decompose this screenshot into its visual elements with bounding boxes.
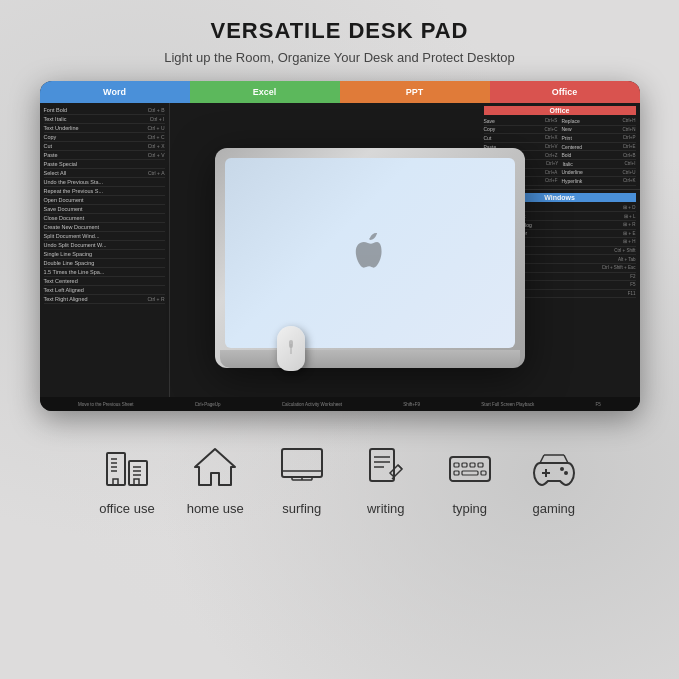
shortcut-row: Text UnderlineCtrl + U <box>44 124 165 133</box>
writing-label: writing <box>367 501 405 516</box>
shortcut-row: Select AllCtrl + A <box>44 169 165 178</box>
tab-excel: Excel <box>190 81 340 103</box>
mouse-display <box>277 326 305 371</box>
office-use-label: office use <box>99 501 154 516</box>
surfing-label: surfing <box>282 501 321 516</box>
word-shortcuts-col: Font BoldCtrl + B Text ItalicCtrl + I Te… <box>40 103 170 411</box>
svg-rect-26 <box>470 463 475 467</box>
svg-marker-11 <box>195 449 235 485</box>
shortcut-row: Text Right AlignedCtrl + R <box>44 295 165 304</box>
tab-ppt: PPT <box>340 81 490 103</box>
page-subtitle: Light up the Room, Organize Your Desk an… <box>164 50 514 65</box>
shortcut-row: Undo the Previous Sta... <box>44 178 165 187</box>
shortcut-row: Close Document <box>44 214 165 223</box>
shortcut-row: CopyCtrl + C <box>44 133 165 142</box>
laptop-screen <box>225 158 515 348</box>
right-shortcut-row: SaveCtrl+SReplaceCtrl+H <box>484 117 636 126</box>
svg-rect-1 <box>129 461 147 485</box>
shortcut-row: 1.5 Times the Line Spa... <box>44 268 165 277</box>
shortcut-row: CutCtrl + X <box>44 142 165 151</box>
apple-logo-icon <box>350 233 390 273</box>
shortcut-row: Font BoldCtrl + B <box>44 106 165 115</box>
shortcut-row: PasteCtrl + V <box>44 151 165 160</box>
typing-item: typing <box>444 441 496 516</box>
svg-rect-12 <box>282 449 322 477</box>
office-use-item: office use <box>99 441 154 516</box>
shortcut-row: Undo Split Document W... <box>44 241 165 250</box>
icons-section: office use home use surfin <box>99 441 580 516</box>
shortcut-row: Open Document <box>44 196 165 205</box>
shortcut-row: Double Line Spacing <box>44 259 165 268</box>
content-area: Font BoldCtrl + B Text ItalicCtrl + I Te… <box>40 103 640 411</box>
svg-rect-0 <box>107 453 125 485</box>
svg-rect-28 <box>454 471 459 475</box>
tabs-row: Word Excel PPT Office <box>40 81 640 103</box>
shortcut-row: Text ItalicCtrl + I <box>44 115 165 124</box>
middle-area <box>170 103 480 411</box>
gaming-item: gaming <box>528 441 580 516</box>
shortcut-row: Save Document <box>44 205 165 214</box>
laptop-base <box>220 350 520 368</box>
laptop-display <box>210 133 530 383</box>
svg-point-34 <box>564 471 568 475</box>
svg-line-35 <box>540 455 544 463</box>
svg-rect-23 <box>450 457 490 481</box>
laptop <box>215 148 525 368</box>
svg-point-33 <box>560 467 564 471</box>
svg-rect-27 <box>478 463 483 467</box>
bottom-strip: Move to the Previous Sheet Ctrl+PageUp C… <box>40 397 640 411</box>
shortcut-row: Repeat the Previous S... <box>44 187 165 196</box>
typing-label: typing <box>452 501 487 516</box>
svg-rect-29 <box>462 471 478 475</box>
writing-item: writing <box>360 441 412 516</box>
mouse <box>277 326 305 371</box>
home-use-icon <box>189 441 241 493</box>
shortcut-row: Create New Document <box>44 223 165 232</box>
shortcut-row: Paste Special <box>44 160 165 169</box>
shortcut-row: Text Left Aligned <box>44 286 165 295</box>
tab-word: Word <box>40 81 190 103</box>
writing-icon <box>360 441 412 493</box>
gaming-icon <box>528 441 580 493</box>
office-section-title: Office <box>484 106 636 115</box>
page-title: VERSATILE DESK PAD <box>211 18 469 44</box>
svg-line-36 <box>564 455 568 463</box>
shortcut-row: Single Line Spacing <box>44 250 165 259</box>
office-use-icon <box>101 441 153 493</box>
home-use-item: home use <box>187 441 244 516</box>
svg-rect-24 <box>454 463 459 467</box>
shortcut-row: Split Document Wind... <box>44 232 165 241</box>
surfing-item: surfing <box>276 441 328 516</box>
svg-rect-17 <box>370 449 394 481</box>
shortcut-row: Text Centered <box>44 277 165 286</box>
gaming-label: gaming <box>532 501 575 516</box>
svg-line-21 <box>398 465 402 469</box>
home-use-label: home use <box>187 501 244 516</box>
tab-office: Office <box>490 81 640 103</box>
mouse-divider <box>290 344 291 354</box>
svg-rect-25 <box>462 463 467 467</box>
surfing-icon <box>276 441 328 493</box>
page-wrapper: VERSATILE DESK PAD Light up the Room, Or… <box>0 0 679 679</box>
typing-icon <box>444 441 496 493</box>
desk-pad: Word Excel PPT Office Font BoldCtrl + B … <box>40 81 640 411</box>
svg-rect-30 <box>481 471 486 475</box>
